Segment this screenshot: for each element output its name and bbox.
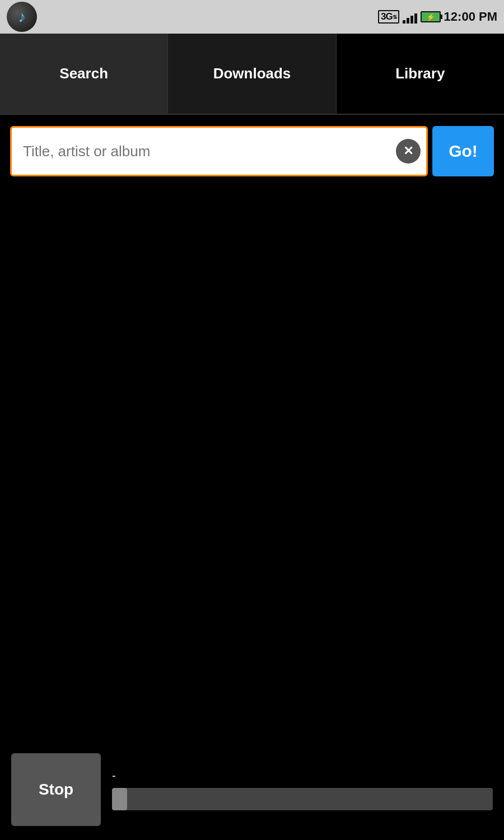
app-logo: ♪ [7, 2, 37, 32]
progress-title: - [112, 769, 493, 782]
network-3g-icon: 3G⇅ [378, 10, 399, 24]
tab-downloads[interactable]: Downloads [168, 34, 336, 114]
battery-icon: ⚡ [421, 11, 441, 22]
main-content [0, 188, 504, 739]
bottom-controls: Stop - [0, 739, 504, 840]
tab-search[interactable]: Search [0, 34, 168, 114]
stop-button[interactable]: Stop [11, 753, 101, 826]
signal-bars-icon [403, 10, 417, 24]
status-icons: 3G⇅ ⚡ 12:00 PM [378, 10, 497, 24]
go-button[interactable]: Go! [432, 126, 494, 176]
tab-library[interactable]: Library [337, 34, 504, 114]
progress-area: - [112, 769, 493, 810]
app-icon: ♪ [7, 2, 37, 32]
time-display: 12:00 PM [444, 10, 497, 24]
music-note-icon: ♪ [18, 9, 26, 25]
progress-bar-track [112, 788, 493, 810]
clear-button[interactable]: ✕ [396, 139, 421, 164]
status-bar: ♪ 3G⇅ ⚡ 12:00 PM [0, 0, 504, 34]
progress-bar-fill [112, 788, 127, 810]
search-input-wrapper: ✕ [10, 126, 428, 176]
search-area: ✕ Go! [0, 115, 504, 188]
search-input[interactable] [17, 143, 396, 160]
tab-bar: Search Downloads Library [0, 34, 504, 115]
